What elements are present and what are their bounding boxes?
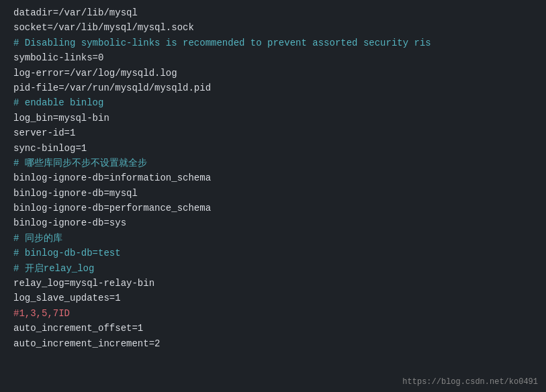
code-line: auto_increment_offset=1 <box>13 321 546 336</box>
code-line: log_bin=mysql-bin <box>13 111 546 126</box>
code-line: # endable binlog <box>13 95 546 110</box>
code-line: binlog-ignore-db=performance_schema <box>13 201 546 215</box>
code-line: binlog-ignore-db=sys <box>13 215 546 230</box>
code-line: #1,3,5,7ID <box>13 306 546 321</box>
url-bar: https://blog.csdn.net/ko0491 <box>402 377 538 387</box>
code-line: binlog-ignore-db=information_schema <box>13 170 546 185</box>
code-line: socket=/var/lib/mysql/mysql.sock <box>13 20 546 35</box>
code-line: # 哪些库同步不步不设置就全步 <box>13 156 546 170</box>
code-line: server-id=1 <box>13 126 546 140</box>
code-container: datadir=/var/lib/mysqlsocket=/var/lib/my… <box>0 0 546 392</box>
code-line: datadir=/var/lib/mysql <box>13 5 546 20</box>
code-line: # 同步的库 <box>13 231 546 246</box>
code-block: datadir=/var/lib/mysqlsocket=/var/lib/my… <box>13 5 546 351</box>
code-line: log-error=/var/log/mysqld.log <box>13 66 546 81</box>
code-line: # binlog-db-db=test <box>13 246 546 260</box>
code-line: # Disabling symbolic-links is recommende… <box>13 36 546 50</box>
code-line: relay_log=mysql-relay-bin <box>13 276 546 291</box>
code-line: # 开启relay_log <box>13 261 546 276</box>
code-line: log_slave_updates=1 <box>13 291 546 305</box>
code-line: auto_increment_increment=2 <box>13 336 546 351</box>
code-line: binlog-ignore-db=mysql <box>13 186 546 201</box>
code-line: symbolic-links=0 <box>13 50 546 65</box>
code-line: sync-binlog=1 <box>13 141 546 156</box>
code-line: pid-file=/var/run/mysqld/mysqld.pid <box>13 81 546 95</box>
